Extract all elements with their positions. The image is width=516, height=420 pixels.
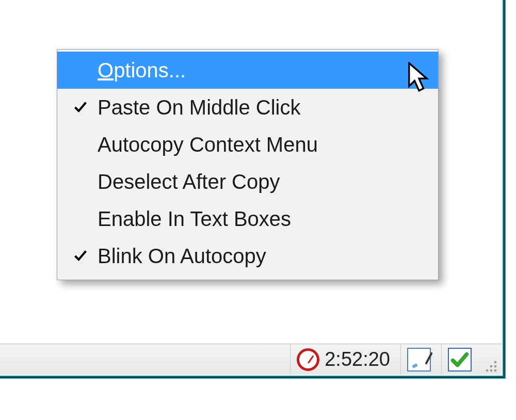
paintbrush-icon (407, 348, 431, 371)
menu-item-label: Paste On Middle Click (92, 96, 438, 119)
check-icon (69, 249, 92, 263)
resize-grip[interactable] (482, 357, 497, 373)
menu-item-label: Blink On Autocopy (92, 245, 438, 268)
menu-item-label: Autocopy Context Menu (92, 133, 438, 156)
menu-item-blink-on-autocopy[interactable]: Blink On Autocopy (57, 237, 438, 274)
status-paint-section[interactable] (400, 344, 437, 375)
menu-item-options[interactable]: Options... (57, 52, 438, 89)
check-icon (69, 100, 92, 115)
status-timer-section: 2:52:20 (290, 344, 396, 375)
menu-item-deselect-after-copy[interactable]: Deselect After Copy (57, 163, 438, 200)
menu-item-label: Options... (92, 59, 438, 82)
menu-item-paste-middle-click[interactable]: Paste On Middle Click (57, 89, 438, 126)
stopwatch-icon[interactable] (297, 348, 319, 371)
menu-item-enable-in-text-boxes[interactable]: Enable In Text Boxes (57, 200, 438, 237)
timer-text: 2:52:20 (325, 348, 390, 370)
menu-item-label: Enable In Text Boxes (92, 207, 438, 231)
autocopy-context-menu: Options... Paste On Middle Click Autocop… (57, 49, 439, 280)
status-shield-section[interactable] (441, 344, 478, 375)
menu-item-autocopy-context-menu[interactable]: Autocopy Context Menu (57, 126, 438, 163)
checkmark-shield-icon (448, 348, 472, 371)
menu-item-label: Deselect After Copy (92, 170, 438, 193)
status-bar: 2:52:20 (0, 344, 502, 375)
